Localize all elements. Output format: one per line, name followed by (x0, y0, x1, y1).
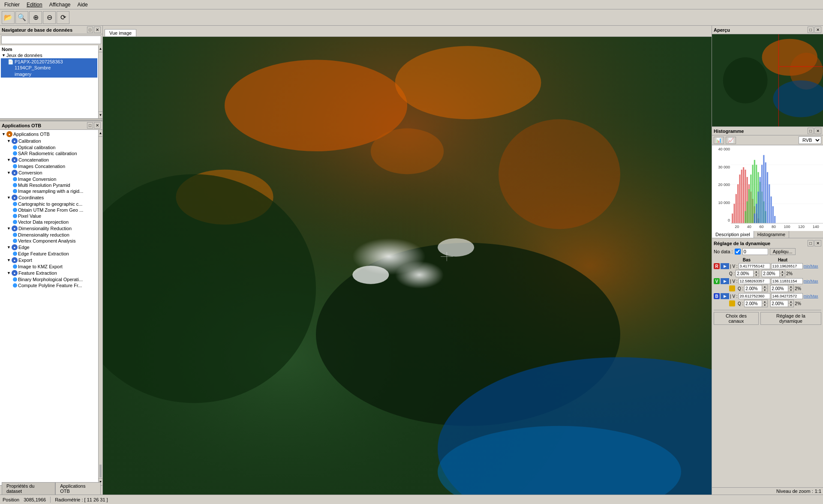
g-haut-input[interactable] (771, 278, 803, 284)
otb-root[interactable]: ▼ ● Applications OTB (1, 131, 97, 138)
menu-aide[interactable]: Aide (74, 1, 91, 9)
g-q-haut-down[interactable]: ▼ (788, 288, 793, 292)
compute-polyline-item[interactable]: Compute Polyline Feature Fr... (1, 282, 97, 288)
b-q-haut-up[interactable]: ▲ (788, 300, 793, 303)
g-q-haut-up[interactable]: ▲ (788, 285, 793, 288)
hist-icon1[interactable]: □ (808, 128, 814, 134)
sar-calibration-item[interactable]: SAR Radiometric calibration (1, 150, 97, 156)
open-button[interactable]: 📂 (2, 11, 15, 24)
otb-conversion[interactable]: ▼ ● Conversion (1, 169, 97, 176)
menu-affichage[interactable]: Affichage (46, 1, 74, 9)
b-yellow-icon[interactable] (729, 300, 735, 306)
g-q-bas-up[interactable]: ▲ (762, 285, 767, 288)
image-view[interactable] (103, 37, 712, 495)
menu-fichier[interactable]: Fichier (1, 1, 23, 9)
vue-image-tab[interactable]: Vue image (105, 29, 136, 36)
g-yellow-icon[interactable] (729, 285, 735, 291)
r-bas-input[interactable] (739, 263, 770, 269)
hist-btn2[interactable]: 📈 (726, 137, 736, 144)
optical-calibration-item[interactable]: Optical calibration (1, 144, 97, 150)
choix-canaux-btn[interactable]: Choix des canaux (714, 312, 759, 325)
g-q-bas-down[interactable]: ▼ (762, 288, 767, 292)
scroll-up-btn[interactable]: ▲ (99, 45, 102, 52)
tree-dataset-item[interactable]: 📄 P1APX-2012072583631194CP_Sombreimagery (1, 58, 97, 78)
r-q-bas-input[interactable] (736, 271, 753, 276)
dynamic-icon1[interactable]: □ (808, 240, 814, 246)
desc-pixel-tab[interactable]: Description pixel (712, 231, 754, 238)
db-nav-icon2[interactable]: ✕ (94, 27, 101, 33)
zoom-out-button[interactable]: ⊖ (43, 11, 56, 24)
otb-coordinates[interactable]: ▼ ● Coordinates (1, 194, 97, 201)
scroll-down-btn[interactable]: ▼ (99, 111, 102, 118)
nodata-input[interactable] (742, 248, 768, 255)
pixel-value-item[interactable]: Pixel Value (1, 213, 97, 219)
b-q-bas-down[interactable]: ▼ (762, 303, 767, 307)
g-q-haut-input[interactable] (771, 286, 788, 291)
otb-export[interactable]: ▼ ● Export (1, 257, 97, 264)
apercu-icon2[interactable]: ✕ (814, 27, 821, 33)
r-q-haut-input[interactable] (762, 271, 779, 276)
g-forward-btn[interactable]: ▶ (721, 278, 729, 284)
search-input[interactable] (1, 36, 101, 44)
r-forward-btn[interactable]: ▶ (721, 263, 729, 269)
otb-icon1[interactable]: □ (87, 122, 93, 129)
otb-scroll-thumb[interactable] (99, 465, 102, 477)
multi-res-item[interactable]: Multi Resolution Pyramid (1, 182, 97, 188)
r-minmax-link[interactable]: min/Max (804, 264, 818, 268)
dim-reduction-item[interactable]: Dimensionality reduction (1, 232, 97, 238)
edge-feature-item[interactable]: Edge Feature Extraction (1, 251, 97, 257)
images-concat-item[interactable]: Images Concatenation (1, 163, 97, 169)
b-q-haut-down[interactable]: ▼ (788, 303, 793, 307)
zoom-in-button[interactable]: ⊕ (29, 11, 42, 24)
applications-tab[interactable]: Applications OTB (55, 482, 101, 495)
b-forward-btn[interactable]: ▶ (721, 293, 729, 299)
scroll-track (99, 52, 102, 111)
nodata-checkbox[interactable] (735, 249, 741, 255)
home-button[interactable]: ⟳ (57, 11, 69, 24)
hist-mode-select[interactable]: RVB (799, 136, 821, 144)
b-q-bas-up[interactable]: ▲ (762, 300, 767, 303)
hist-icon2[interactable]: ✕ (814, 128, 821, 134)
otb-icon2[interactable]: ✕ (94, 122, 101, 129)
apercu-icon1[interactable]: □ (808, 27, 814, 33)
db-nav-icon1[interactable]: □ (87, 27, 93, 33)
b-minmax-link[interactable]: min/Max (804, 294, 818, 298)
r-q-bas-down[interactable]: ▼ (754, 273, 759, 277)
tree-jeux-item[interactable]: ▼ Jeux de données (1, 52, 97, 58)
otb-calibration[interactable]: ▼ ● Calibration (1, 138, 97, 144)
apply-button[interactable]: Appliqu... (770, 248, 796, 255)
image-resample-item[interactable]: Image resampling with a rigid... (1, 188, 97, 194)
cartographic-item[interactable]: Cartographic to geographic c... (1, 201, 97, 207)
b-q-bas-input[interactable] (745, 301, 762, 306)
menu-edition[interactable]: Edition (23, 1, 46, 9)
vertex-component-item[interactable]: Vertex Component Analysis (1, 238, 97, 244)
g-q-bas-input[interactable] (745, 286, 762, 291)
obtain-utm-item[interactable]: Obtain UTM Zone From Geo ... (1, 207, 97, 213)
histogram-tab[interactable]: Histogramme (754, 231, 789, 238)
r-q-haut-up[interactable]: ▲ (780, 270, 785, 273)
hist-btn1[interactable]: 📊 (714, 137, 724, 144)
properties-tab[interactable]: Propriétés du dataset (2, 482, 55, 495)
reglage-dynamique-btn[interactable]: Réglage de la dynamique (760, 312, 821, 325)
channels-bottom-btns: Choix des canaux Réglage de la dynamique (714, 310, 821, 327)
b-haut-input[interactable] (771, 293, 803, 299)
r-q-haut-down[interactable]: ▼ (780, 273, 785, 277)
image-conversion-item[interactable]: Image Conversion (1, 176, 97, 182)
vector-data-item[interactable]: Vector Data reprojection (1, 219, 97, 225)
b-q-haut-input[interactable] (771, 301, 788, 306)
kmz-export-item[interactable]: Image to KMZ Export (1, 264, 97, 270)
b-bas-input[interactable] (739, 293, 770, 299)
r-q-bas-up[interactable]: ▲ (754, 270, 759, 273)
r-haut-input[interactable] (771, 263, 803, 269)
dynamic-icon2[interactable]: ✕ (814, 240, 821, 246)
otb-dim-reduction[interactable]: ▼ ● Dimensionality Reduction (1, 225, 97, 232)
otb-concatenation[interactable]: ▼ ● Concatenation (1, 156, 97, 163)
search-button[interactable]: 🔍 (15, 11, 28, 24)
otb-scroll-up[interactable]: ▲ (99, 130, 102, 137)
apercu-image[interactable] (712, 34, 823, 126)
otb-feature[interactable]: ▼ ● Feature Extraction (1, 270, 97, 276)
g-bas-input[interactable] (739, 278, 770, 284)
g-minmax-link[interactable]: min/Max (804, 279, 818, 283)
otb-edge[interactable]: ▼ ● Edge (1, 244, 97, 251)
binary-morpho-item[interactable]: Binary Morphological Operati... (1, 276, 97, 282)
